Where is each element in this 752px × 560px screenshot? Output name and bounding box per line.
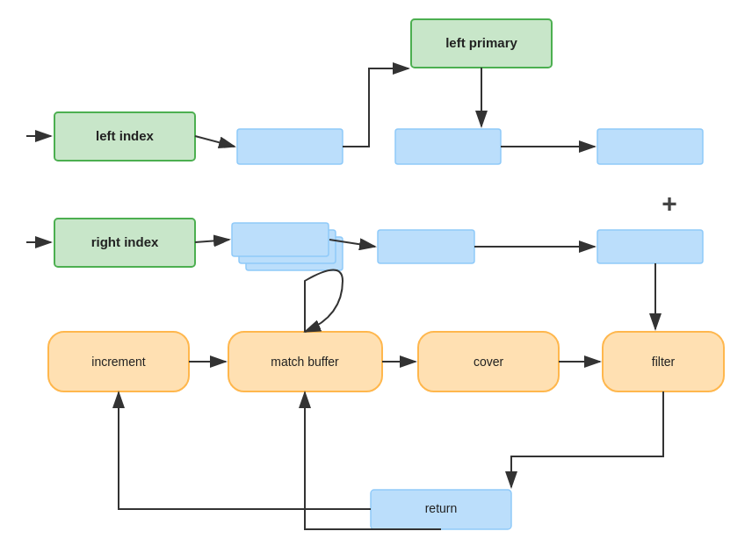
plus-symbol: + bbox=[662, 189, 677, 218]
cover-label: cover bbox=[474, 355, 504, 369]
blue-box-5 bbox=[597, 230, 703, 263]
filter-label: filter bbox=[652, 355, 676, 369]
left-index-label: left index bbox=[96, 128, 155, 143]
blue-box-1 bbox=[237, 129, 343, 164]
increment-label: increment bbox=[91, 355, 146, 369]
return-label: return bbox=[425, 501, 458, 515]
diagram: left primary left index right index incr… bbox=[0, 0, 752, 560]
blue-box-4 bbox=[378, 230, 474, 263]
blue-stack-1 bbox=[232, 223, 329, 256]
match-buffer-label: match buffer bbox=[271, 355, 339, 369]
arrow-left-index-to-blue1 bbox=[195, 136, 235, 147]
blue-box-2 bbox=[395, 129, 501, 164]
arrow-return-to-increment bbox=[119, 392, 371, 509]
arrow-filter-to-return bbox=[511, 391, 663, 487]
left-primary-label: left primary bbox=[445, 35, 517, 50]
right-index-label: right index bbox=[91, 234, 159, 249]
arrow-matchbuffer-selfloop bbox=[305, 270, 343, 333]
arrow-right-index-to-stack bbox=[195, 240, 229, 242]
blue-box-3 bbox=[597, 129, 703, 164]
